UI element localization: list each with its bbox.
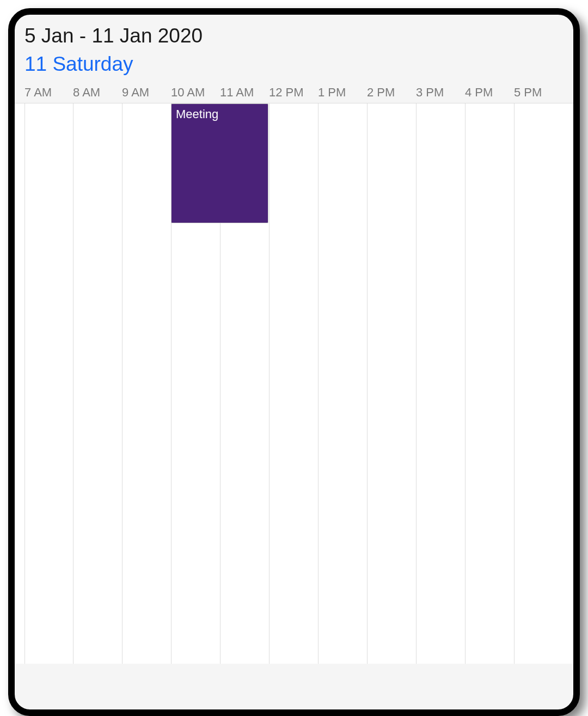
grid-line [367,103,367,664]
time-label: 11 AM [220,85,254,100]
date-range-title: 5 Jan - 11 Jan 2020 [24,25,564,47]
grid-line [514,103,514,664]
time-ruler: 7 AM8 AM9 AM10 AM11 AM12 PM1 PM2 PM3 PM4… [15,81,573,103]
time-label: 1 PM [318,85,346,100]
time-label: 10 AM [171,85,205,100]
grid-line [269,103,270,664]
calendar-content: 5 Jan - 11 Jan 2020 11 Saturday 7 AM8 AM… [15,15,573,709]
grid-line [24,103,25,664]
grid-line [465,103,465,664]
calendar-frame: 5 Jan - 11 Jan 2020 11 Saturday 7 AM8 AM… [8,8,580,716]
date-range-header: 5 Jan - 11 Jan 2020 [15,15,573,53]
time-label: 9 AM [122,85,149,100]
time-label: 5 PM [514,85,542,100]
time-label: 3 PM [416,85,444,100]
day-title: 11 Saturday [24,53,564,76]
calendar-event[interactable]: Meeting [171,103,268,223]
time-label: 7 AM [24,85,52,100]
grid-line [73,103,74,664]
timeline-area[interactable]: Meeting [15,103,573,664]
time-label: 2 PM [367,85,395,100]
time-label: 4 PM [465,85,493,100]
grid-line [416,103,416,664]
grid-line [318,103,318,664]
time-label: 12 PM [269,85,304,100]
event-title: Meeting [176,107,218,121]
day-header[interactable]: 11 Saturday [15,53,573,81]
time-label: 8 AM [73,85,100,100]
grid-line [122,103,122,664]
